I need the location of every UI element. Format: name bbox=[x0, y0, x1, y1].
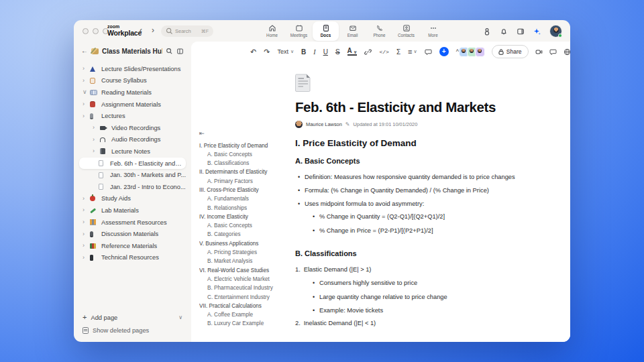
tab-meetings[interactable]: Meetings bbox=[286, 21, 312, 41]
share-button[interactable]: Share bbox=[492, 45, 529, 58]
window-close-button[interactable] bbox=[83, 28, 89, 34]
outline-item[interactable]: B. Pharmaceutical Industry bbox=[199, 284, 296, 292]
section-heading[interactable]: I. Price Elasticity of Demand bbox=[295, 139, 531, 148]
tab-email[interactable]: Email bbox=[339, 21, 366, 41]
italic-button[interactable]: I bbox=[313, 48, 315, 56]
outline-item[interactable]: B. Relationships bbox=[199, 204, 296, 213]
sidebar-item-assignment-materials[interactable]: ›Assignment Materials bbox=[74, 99, 191, 111]
chevron-right-icon[interactable]: › bbox=[93, 125, 100, 131]
outline-item[interactable]: II. Determinants of Elasticity bbox=[199, 168, 296, 176]
list-format-dropdown[interactable]: ≡∨ bbox=[408, 48, 417, 56]
outline-item[interactable]: B. Classifications bbox=[199, 159, 296, 168]
show-deleted-pages-button[interactable]: Show deleted pages bbox=[74, 324, 191, 337]
bullet-item[interactable]: Example: Movie tickets bbox=[310, 306, 531, 314]
outline-item[interactable]: A. Pricing Strategies bbox=[199, 248, 296, 257]
chevron-right-icon[interactable]: › bbox=[93, 137, 100, 143]
chevron-right-icon[interactable]: › bbox=[83, 255, 90, 261]
outline-item[interactable]: V. Business Applications bbox=[199, 239, 296, 248]
chevron-right-icon[interactable]: › bbox=[83, 219, 90, 225]
chevron-right-icon[interactable]: › bbox=[93, 148, 100, 154]
add-page-button[interactable]: + Add page ∨ bbox=[74, 311, 191, 324]
text-style-dropdown[interactable]: Text∨ bbox=[277, 48, 294, 55]
chevron-right-icon[interactable]: › bbox=[83, 101, 90, 107]
sidebar-item-video-recordings[interactable]: ›Video Recordings bbox=[74, 122, 191, 134]
outline-item[interactable]: A. Electric Vehicle Market bbox=[199, 275, 296, 284]
sidebar-item-technical-resources[interactable]: ›Technical Resources bbox=[74, 252, 191, 264]
bold-button[interactable]: B bbox=[301, 48, 306, 56]
chat-bubble-icon[interactable] bbox=[549, 48, 557, 56]
apps-icon[interactable] bbox=[483, 27, 491, 36]
text-color-button[interactable]: A∨ bbox=[347, 48, 358, 56]
outline-item[interactable]: A. Basic Concepts bbox=[199, 150, 296, 159]
user-avatar[interactable] bbox=[550, 25, 561, 37]
bullet-item[interactable]: Definition: Measures how responsive quan… bbox=[295, 173, 531, 181]
redo-button[interactable]: ↷ bbox=[264, 48, 270, 56]
bell-icon[interactable] bbox=[500, 27, 508, 36]
sidebar-item-reading-materials[interactable]: ∨Reading Materials bbox=[74, 86, 191, 99]
back-button[interactable]: ‹ bbox=[140, 25, 142, 35]
sidebar-item-assessment-resources[interactable]: ›Assessment Resources bbox=[74, 217, 191, 229]
comment-icon[interactable] bbox=[425, 48, 432, 56]
sidebar-item-discussion-materials[interactable]: ›Discussion Materials bbox=[74, 228, 191, 240]
tab-phone[interactable]: Phone bbox=[366, 21, 392, 41]
outline-item[interactable]: A. Coffee Example bbox=[199, 310, 296, 319]
outline-item[interactable]: A. Primary Factors bbox=[199, 177, 296, 186]
outline-item[interactable]: VII. Practical Calculations bbox=[199, 302, 296, 310]
insert-block-button[interactable]: + bbox=[439, 47, 449, 56]
sidebar-item-lab-materials[interactable]: ›Lab Materials bbox=[74, 204, 191, 217]
sidebar-item-course-syllabus[interactable]: ›Course Syllabus bbox=[74, 75, 191, 87]
tab-contacts[interactable]: Contacts bbox=[393, 21, 419, 41]
chevron-right-icon[interactable]: › bbox=[83, 231, 90, 237]
bullet-item[interactable]: % Change in Quantity = (Q2-Q1)/[(Q2+Q1)/… bbox=[310, 213, 531, 221]
sidebar-search-icon[interactable] bbox=[166, 48, 173, 55]
subsection-heading[interactable]: A. Basic Concepts bbox=[295, 157, 531, 165]
tab-home[interactable]: Home bbox=[259, 21, 285, 41]
chevron-right-icon[interactable]: › bbox=[83, 243, 90, 249]
link-icon[interactable] bbox=[364, 48, 372, 56]
outline-item[interactable]: I. Price Elasticity of Demand bbox=[199, 141, 296, 150]
chevron-right-icon[interactable]: › bbox=[83, 78, 90, 84]
outline-item[interactable]: B. Market Analysis bbox=[199, 257, 296, 265]
code-button[interactable]: </> bbox=[379, 49, 388, 55]
undo-button[interactable]: ↶ bbox=[250, 48, 256, 56]
forward-button[interactable]: › bbox=[152, 25, 154, 35]
strikethrough-button[interactable]: S bbox=[335, 48, 340, 56]
collapse-panel-icon[interactable] bbox=[176, 48, 184, 55]
collapse-outline-icon[interactable]: ⇤ bbox=[199, 130, 296, 137]
outline-item[interactable]: B. Luxury Car Example bbox=[199, 319, 296, 328]
sidebar-item-reference-materials[interactable]: ›Reference Materials bbox=[74, 240, 191, 252]
chevron-down-icon[interactable]: ∨ bbox=[83, 89, 90, 95]
outline-item[interactable]: B. Categories bbox=[199, 230, 296, 239]
chevron-right-icon[interactable]: › bbox=[83, 113, 90, 119]
back-arrow-icon[interactable]: ← bbox=[81, 48, 88, 54]
outline-item[interactable]: III. Cross-Price Elasticity bbox=[199, 186, 296, 194]
sidebar-item-feb-6th-page[interactable]: Feb. 6th - Elasticity and M... bbox=[79, 158, 186, 170]
sidebar-item-lecture-notes[interactable]: ›Lecture Notes bbox=[74, 145, 191, 158]
outline-item[interactable]: A. Fundamentals bbox=[199, 194, 296, 203]
sidebar-item-lectures[interactable]: ›Lectures bbox=[74, 110, 191, 122]
sidebar-item-audio-recordings[interactable]: ›Audio Recordings bbox=[74, 134, 191, 146]
equation-button[interactable]: Σ bbox=[396, 48, 400, 56]
bullet-item[interactable]: Uses midpoint formula to avoid asymmetry… bbox=[295, 200, 531, 208]
chevron-right-icon[interactable]: › bbox=[83, 66, 90, 72]
panel-icon[interactable] bbox=[517, 27, 525, 36]
underline-button[interactable]: U bbox=[323, 48, 328, 56]
global-search-input[interactable]: Search ⌘F bbox=[161, 25, 213, 37]
outline-item[interactable]: VI. Real-World Case Studies bbox=[199, 266, 296, 275]
sidebar-item-lecture-slides[interactable]: ›Lecture Slides/Presentations bbox=[74, 63, 191, 75]
bullet-item[interactable]: % Change in Price = (P2-P1)/[(P2+P1)/2] bbox=[310, 227, 531, 235]
tab-more[interactable]: More bbox=[420, 21, 446, 41]
document-body[interactable]: Feb. 6th - Elasticity and Markets Mauric… bbox=[295, 62, 531, 327]
numbered-item[interactable]: 2.Inelastic Demand (|E| < 1) bbox=[295, 319, 531, 327]
chevron-down-icon[interactable]: ∨ bbox=[178, 314, 182, 320]
ai-sparkle-icon[interactable] bbox=[533, 27, 541, 36]
sidebar-item-jan-23rd-page[interactable]: Jan. 23rd - Intro to Econo... bbox=[74, 181, 191, 193]
outline-item[interactable]: IV. Income Elasticity bbox=[199, 213, 296, 221]
outline-item[interactable]: A. Basic Concepts bbox=[199, 221, 296, 230]
chevron-right-icon[interactable]: › bbox=[83, 196, 90, 202]
window-minimize-button[interactable] bbox=[93, 28, 99, 34]
globe-icon[interactable] bbox=[564, 48, 570, 56]
tab-docs[interactable]: Docs bbox=[313, 21, 339, 41]
numbered-item[interactable]: 1.Elastic Demand (|E| > 1) bbox=[295, 265, 531, 274]
page-title[interactable]: Feb. 6th - Elasticity and Markets bbox=[295, 99, 531, 115]
